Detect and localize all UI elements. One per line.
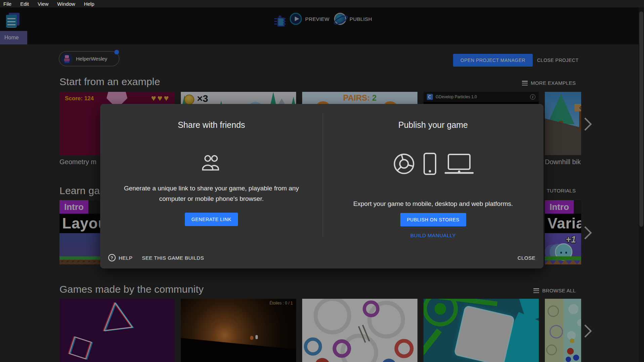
smartphone-icon	[423, 152, 437, 175]
laptop-icon	[445, 153, 474, 175]
question-mark-icon: ?	[108, 254, 116, 261]
menu-file[interactable]: File	[3, 1, 11, 7]
help-button[interactable]: ? HELP	[108, 254, 132, 261]
generate-link-button[interactable]: GENERATE LINK	[185, 213, 238, 226]
menu-help[interactable]: Help	[84, 1, 94, 7]
platform-icons	[393, 152, 474, 176]
menu-edit[interactable]: Edit	[20, 1, 29, 7]
publish-on-stores-button[interactable]: PUBLISH ON STORES	[400, 213, 466, 226]
share-description: Generate a unique link to share your gam…	[113, 183, 310, 204]
people-icon	[202, 154, 221, 171]
share-panel: Share with friends Generate a unique lin…	[100, 104, 323, 226]
close-dialog-button[interactable]: CLOSE	[518, 255, 535, 261]
share-dialog: Share with friends Generate a unique lin…	[100, 104, 544, 268]
gdevelop-app: File Edit View Window Help PREVIEW PUBLI…	[0, 0, 644, 362]
publish-description: Export your game to mobile, desktop and …	[329, 198, 537, 209]
see-builds-button[interactable]: SEE THIS GAME BUILDS	[142, 255, 204, 261]
build-manually-link[interactable]: BUILD MANUALLY	[410, 232, 456, 238]
dialog-footer: ? HELP SEE THIS GAME BUILDS CLOSE	[108, 252, 535, 263]
publish-panel: Publish your game	[323, 104, 544, 238]
share-title: Share with friends	[178, 120, 245, 130]
menu-window[interactable]: Window	[57, 1, 75, 7]
chrome-icon	[393, 153, 415, 175]
publish-title: Publish your game	[398, 120, 468, 130]
menu-view[interactable]: View	[38, 1, 48, 7]
menu-bar: File Edit View Window Help	[0, 0, 644, 7]
